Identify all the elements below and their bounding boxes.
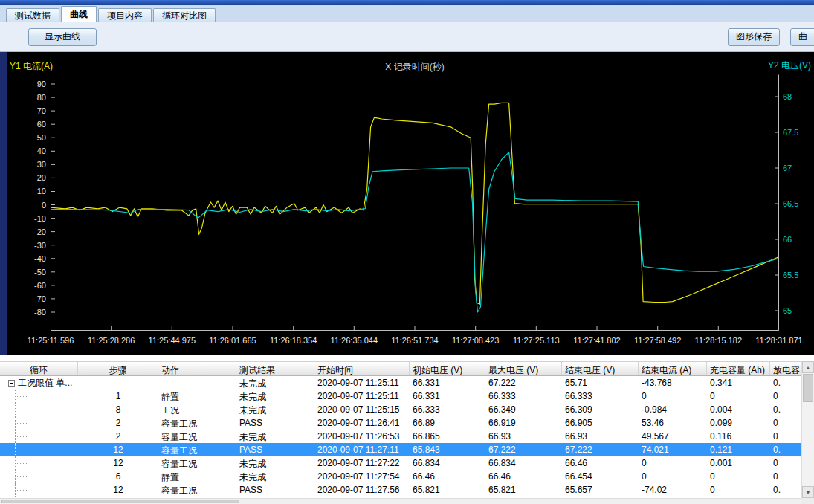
table-cell: 65.843 xyxy=(410,443,485,456)
table-row[interactable]: 1静置未完成2020-09-07 11:25:1166.33166.33366.… xyxy=(0,390,801,403)
column-header-4[interactable]: 开始时间 xyxy=(314,362,410,375)
table-cell: 12 xyxy=(78,443,158,456)
table-row[interactable]: 12容量工况PASS2020-09-07 11:27:1165.84367.22… xyxy=(0,443,801,456)
chart-left-strip xyxy=(0,52,7,355)
table-cell: 0 xyxy=(707,483,770,497)
tab-curve[interactable]: 曲线 xyxy=(61,6,97,22)
table-cell: 6 xyxy=(78,470,158,483)
y2-tick-label: 66 xyxy=(783,235,792,244)
table-cell: 49.567 xyxy=(639,430,707,443)
table-cell xyxy=(0,430,78,443)
app-window: 测试数据曲线项目内容循环对比图 显示曲线 图形保存 曲 Y1 电流(A) X 记… xyxy=(0,0,814,504)
column-header-3[interactable]: 测试结果 xyxy=(236,362,314,375)
collapse-icon[interactable] xyxy=(8,380,15,387)
tab-project-content[interactable]: 项目内容 xyxy=(98,8,152,22)
x-tick-label: 11:28:15.182 xyxy=(684,336,752,345)
table-cell: 0.116 xyxy=(707,430,770,443)
table-row[interactable]: 2容量工况未完成2020-09-07 11:26:5366.86566.9366… xyxy=(0,430,801,443)
column-header-9[interactable]: 充电容量 (Ah) xyxy=(707,362,770,375)
save-curve-button[interactable]: 曲 xyxy=(790,28,814,46)
y1-tick-label: -60 xyxy=(15,281,46,290)
horizontal-scrollbar[interactable] xyxy=(0,498,801,504)
save-graphic-button[interactable]: 图形保存 xyxy=(728,28,780,46)
table-cell xyxy=(78,376,158,390)
plot-axes xyxy=(51,75,779,332)
column-header-2[interactable]: 动作 xyxy=(158,362,236,375)
group-label: 工况限值 单... xyxy=(18,377,72,390)
tree-stub xyxy=(15,490,27,491)
table-cell: 66.46 xyxy=(410,470,485,483)
table-cell xyxy=(0,443,78,456)
table-header: 循环步骤动作测试结果开始时间初始电压 (V)最大电压 (V)结束电压 (V)结束… xyxy=(0,361,801,376)
x-tick-label: 11:25:28.286 xyxy=(77,336,146,345)
vertical-scroll-thumb[interactable] xyxy=(803,374,813,402)
tab-test-data[interactable]: 测试数据 xyxy=(6,8,59,22)
table-row[interactable]: 2容量工况PASS2020-09-07 11:26:4166.8966.9196… xyxy=(0,416,801,430)
table-cell: 0.341 xyxy=(707,376,770,390)
horizontal-scroll-thumb[interactable] xyxy=(1,500,239,503)
table-cell xyxy=(0,456,78,470)
tree-stub xyxy=(15,410,27,410)
table-cell: 0. xyxy=(770,376,801,390)
scroll-up-button[interactable]: ▲ xyxy=(802,361,814,373)
table-cell: 12 xyxy=(78,483,158,497)
column-header-0[interactable]: 循环 xyxy=(0,362,78,375)
column-header-6[interactable]: 最大电压 (V) xyxy=(485,362,562,375)
y1-tick-label: 90 xyxy=(15,80,46,88)
table-cell: 66.333 xyxy=(562,390,639,403)
table-cell: 容量工况 xyxy=(158,443,236,456)
table-cell xyxy=(0,390,78,403)
tree-stub xyxy=(15,450,27,450)
y2-tick-label: 65 xyxy=(783,306,792,315)
table-row[interactable]: 8工况未完成2020-09-07 11:25:1566.33366.34966.… xyxy=(0,403,801,416)
x-tick-label: 11:26:18.354 xyxy=(259,336,328,345)
table-row[interactable]: 6静置未完成2020-09-07 11:27:5466.4666.4666.45… xyxy=(0,470,801,483)
results-table: 循环步骤动作测试结果开始时间初始电压 (V)最大电压 (V)结束电压 (V)结束… xyxy=(0,361,814,504)
table-cell: 66.309 xyxy=(562,403,639,416)
table-cell: 0.121 xyxy=(707,443,770,456)
column-header-7[interactable]: 结束电压 (V) xyxy=(562,362,639,375)
x-tick-label: 11:27:08.423 xyxy=(442,336,510,345)
table-row[interactable]: 工况限值 单...未完成2020-09-07 11:25:1166.33167.… xyxy=(0,376,801,390)
y1-tick-label: -30 xyxy=(15,241,46,250)
table-cell: 2020-09-07 11:25:11 xyxy=(314,390,410,403)
vertical-scrollbar[interactable]: ▲ ▼ xyxy=(801,361,814,498)
table-cell: 容量工况 xyxy=(158,483,236,497)
table-cell: 0 xyxy=(770,470,801,483)
plot-area xyxy=(51,74,779,331)
table-row[interactable]: 12容量工况未完成2020-09-07 11:27:2266.83466.834… xyxy=(0,456,801,470)
table-cell xyxy=(0,470,78,483)
table-cell: 2 xyxy=(78,430,158,443)
table-cell xyxy=(158,376,236,390)
table-cell: 2020-09-07 11:27:11 xyxy=(314,443,410,456)
column-header-1[interactable]: 步骤 xyxy=(78,362,158,375)
table-row[interactable]: 12容量工况PASS2020-09-07 11:27:5665.82165.82… xyxy=(0,483,801,497)
column-header-8[interactable]: 结束电流 (A) xyxy=(639,362,707,375)
region-divider xyxy=(0,355,814,361)
x-tick-label: 11:25:44.975 xyxy=(138,336,206,345)
table-cell: 66.93 xyxy=(562,430,639,443)
toolbar-right-group: 图形保存 曲 xyxy=(728,28,807,46)
table-cell: 8 xyxy=(78,403,158,416)
y1-tick-label: 30 xyxy=(15,160,46,169)
y1-tick-label: 10 xyxy=(15,187,46,196)
column-header-5[interactable]: 初始电压 (V) xyxy=(410,362,485,375)
table-cell: 2 xyxy=(78,416,158,430)
x-axis-title: X 记录时间(秒) xyxy=(51,61,779,74)
column-header-10[interactable]: 放电容 xyxy=(770,362,801,375)
y1-tick-label: -70 xyxy=(15,294,46,303)
table-cell: 静置 xyxy=(158,390,236,403)
y2-tick-label: 65.5 xyxy=(783,271,798,280)
table-cell: 66.46 xyxy=(485,470,562,483)
voltage-series-line xyxy=(51,152,778,312)
show-curve-button[interactable]: 显示曲线 xyxy=(28,28,97,46)
tab-cycle-comparison[interactable]: 循环对比图 xyxy=(153,8,216,22)
table-cell: 67.222 xyxy=(562,443,639,456)
x-tick-label: 11:27:58.492 xyxy=(624,336,692,345)
table-cell: PASS xyxy=(236,416,314,430)
table-cell: 0. xyxy=(770,483,801,497)
table-cell: 65.657 xyxy=(562,483,639,497)
y1-tick-label: 0 xyxy=(15,201,46,210)
scroll-down-button[interactable]: ▼ xyxy=(802,486,814,498)
y2-tick-label: 66.5 xyxy=(783,199,798,208)
